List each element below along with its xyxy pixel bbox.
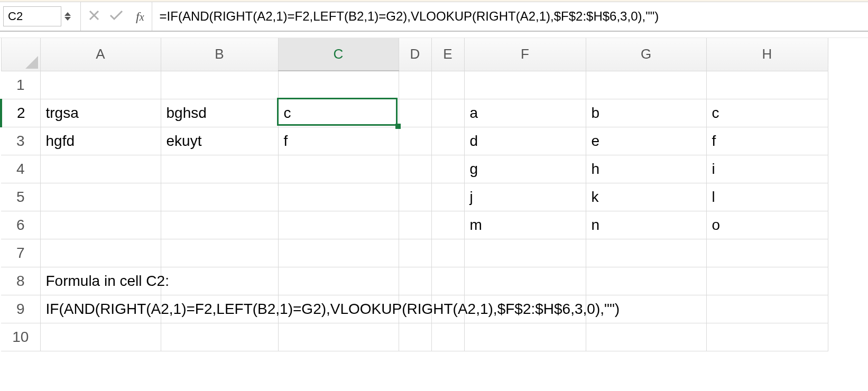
col-header-F[interactable]: F [464,38,586,71]
cell-G7[interactable] [586,239,706,267]
cell-B1[interactable] [161,71,278,99]
cell-E6[interactable] [431,211,464,239]
cell-D5[interactable] [399,183,431,211]
cell-F3[interactable]: d [464,127,586,155]
cell-G4[interactable]: h [586,155,706,183]
cell-D4[interactable] [399,155,431,183]
cell-A3[interactable]: hgfd [40,127,161,155]
cell-F7[interactable] [464,239,586,267]
cell-D3[interactable] [399,127,431,155]
cell-G1[interactable] [586,71,706,99]
col-header-G[interactable]: G [586,38,706,71]
col-header-E[interactable]: E [431,38,464,71]
row-header-5[interactable]: 5 [1,183,40,211]
cell-F8[interactable] [464,267,586,295]
cell-G6[interactable]: n [586,211,706,239]
row-header-4[interactable]: 4 [1,155,40,183]
cell-A6[interactable] [40,211,161,239]
cell-H6[interactable]: o [706,211,828,239]
col-header-H[interactable]: H [706,38,828,71]
cell-A2[interactable]: trgsa [40,99,161,127]
col-header-C[interactable]: C [278,38,399,71]
cell-A9[interactable]: IF(AND(RIGHT(A2,1)=F2,LEFT(B2,1)=G2),VLO… [40,295,161,323]
cell-D1[interactable] [399,71,431,99]
cell-E8[interactable] [431,267,464,295]
cell-E10[interactable] [431,323,464,351]
cell-B3[interactable]: ekuyt [161,127,278,155]
cell-C10[interactable] [278,323,399,351]
cell-H4[interactable]: i [706,155,828,183]
cell-G3[interactable]: e [586,127,706,155]
cell-G5[interactable]: k [586,183,706,211]
cell-C7[interactable] [278,239,399,267]
cell-H10[interactable] [706,323,828,351]
cell-G2[interactable]: b [586,99,706,127]
cell-D8[interactable] [399,267,431,295]
fill-handle[interactable] [395,124,401,129]
cell-F5[interactable]: j [464,183,586,211]
cell-C2[interactable]: c [278,99,399,127]
cell-A1[interactable] [40,71,161,99]
row-header-1[interactable]: 1 [1,71,40,99]
cell-H3[interactable]: f [706,127,828,155]
cell-A10[interactable] [40,323,161,351]
cell-G8[interactable] [586,267,706,295]
cell-F4[interactable]: g [464,155,586,183]
cell-E3[interactable] [431,127,464,155]
cell-D6[interactable] [399,211,431,239]
cell-G10[interactable] [586,323,706,351]
cell-H8[interactable] [706,267,828,295]
row-header-9[interactable]: 9 [1,295,40,323]
cell-C6[interactable] [278,211,399,239]
cell-E1[interactable] [431,71,464,99]
col-header-A[interactable]: A [40,38,161,71]
cell-C8[interactable] [278,267,399,295]
row-header-8[interactable]: 8 [1,267,40,295]
fx-label[interactable]: fx [133,10,144,24]
cell-B10[interactable] [161,323,278,351]
cell-C3[interactable]: f [278,127,399,155]
cell-H7[interactable] [706,239,828,267]
cell-F1[interactable] [464,71,586,99]
cell-C1[interactable] [278,71,399,99]
cell-B2[interactable]: bghsd [161,99,278,127]
row-header-7[interactable]: 7 [1,239,40,267]
col-header-D[interactable]: D [399,38,431,71]
cell-E2[interactable] [431,99,464,127]
cell-H5[interactable]: l [706,183,828,211]
name-box-spinner[interactable] [64,6,74,26]
cell-A4[interactable] [40,155,161,183]
cell-H9[interactable] [706,295,828,323]
cell-C4[interactable] [278,155,399,183]
cell-D7[interactable] [399,239,431,267]
cell-F2[interactable]: a [464,99,586,127]
cell-D10[interactable] [399,323,431,351]
cell-A5[interactable] [40,183,161,211]
cell-H1[interactable] [706,71,828,99]
check-icon[interactable] [109,10,123,23]
cell-F6[interactable]: m [464,211,586,239]
formula-input[interactable]: =IF(AND(RIGHT(A2,1)=F2,LEFT(B2,1)=G2),VL… [152,2,868,31]
cell-A7[interactable] [40,239,161,267]
cell-C5[interactable] [278,183,399,211]
cell-A8[interactable]: Formula in cell C2: [40,267,161,295]
select-all-corner[interactable] [1,38,40,71]
cell-E5[interactable] [431,183,464,211]
cell-B5[interactable] [161,183,278,211]
col-header-B[interactable]: B [161,38,278,71]
cell-B6[interactable] [161,211,278,239]
row-header-3[interactable]: 3 [1,127,40,155]
name-box[interactable]: C2 [3,6,61,26]
row-header-10[interactable]: 10 [1,323,40,351]
cell-B7[interactable] [161,239,278,267]
cell-D2[interactable] [399,99,431,127]
cell-B4[interactable] [161,155,278,183]
cell-F10[interactable] [464,323,586,351]
row-header-6[interactable]: 6 [1,211,40,239]
cancel-icon[interactable] [88,10,100,23]
cell-B8[interactable] [161,267,278,295]
cell-E7[interactable] [431,239,464,267]
cell-E4[interactable] [431,155,464,183]
row-header-2[interactable]: 2 [1,99,40,127]
cell-H2[interactable]: c [706,99,828,127]
